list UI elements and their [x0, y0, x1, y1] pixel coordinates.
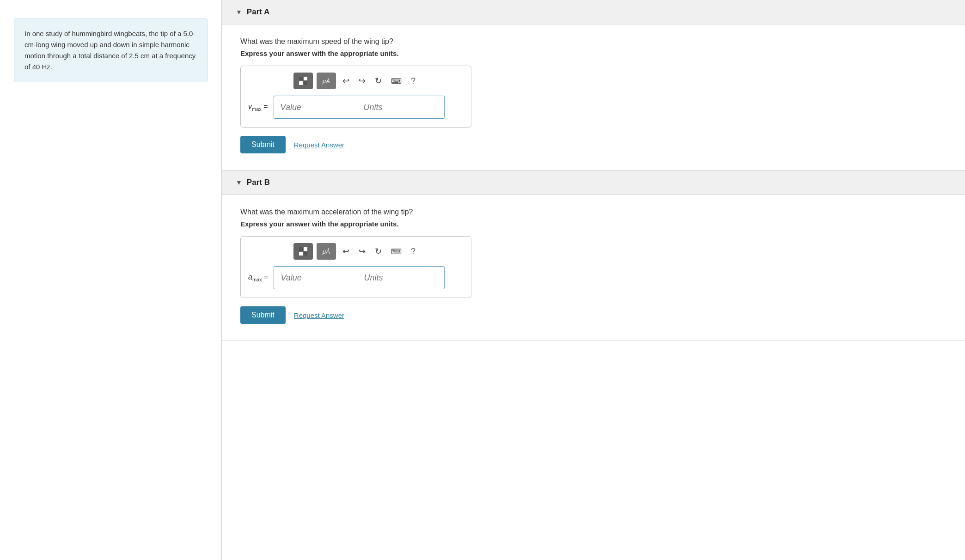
part-a-answer-box: μÅ ↩ ↪ ↻ ⌨ ? vmax = — [240, 66, 471, 128]
left-panel: In one study of hummingbird wingbeats, t… — [0, 0, 222, 560]
part-b-equation-label: amax = — [248, 273, 268, 282]
part-a-keyboard-button[interactable]: ⌨ — [388, 75, 404, 87]
part-b-body: What was the maximum acceleration of the… — [222, 195, 965, 341]
part-b-input-row: amax = — [248, 266, 464, 289]
part-b-instruction: Express your answer with the appropriate… — [240, 220, 947, 228]
part-b-header: ▼ Part B — [222, 170, 965, 195]
part-a-mu-button[interactable]: μÅ — [317, 73, 336, 89]
part-b-collapse-arrow[interactable]: ▼ — [236, 179, 242, 186]
part-a-value-input[interactable] — [274, 96, 357, 119]
part-a-help-button[interactable]: ? — [408, 74, 418, 88]
problem-box: In one study of hummingbird wingbeats, t… — [14, 18, 208, 82]
grid-icon-b — [299, 247, 307, 256]
part-a-redo-button[interactable]: ↪ — [356, 74, 368, 88]
part-b-equation-sub: max — [252, 277, 262, 282]
part-a-request-answer-button[interactable]: Request Answer — [294, 141, 344, 149]
part-b-reset-button[interactable]: ↻ — [372, 244, 385, 258]
part-a-toolbar: μÅ ↩ ↪ ↻ ⌨ ? — [248, 73, 464, 89]
part-b-answer-box: μÅ ↩ ↪ ↻ ⌨ ? amax = — [240, 236, 471, 298]
part-a-section: ▼ Part A What was the maximum speed of t… — [222, 0, 965, 170]
problem-text: In one study of hummingbird wingbeats, t… — [24, 30, 195, 71]
part-a-submit-button[interactable]: Submit — [240, 136, 286, 153]
part-b-mu-button[interactable]: μÅ — [317, 243, 336, 260]
part-b-submit-button[interactable]: Submit — [240, 306, 286, 324]
part-a-title: Part A — [247, 7, 269, 17]
part-b-help-button[interactable]: ? — [408, 245, 418, 258]
part-b-value-input[interactable] — [274, 266, 357, 289]
part-a-question: What was the maximum speed of the wing t… — [240, 37, 947, 46]
part-a-reset-button[interactable]: ↻ — [372, 74, 385, 88]
part-a-equation-sub: max — [252, 106, 262, 112]
part-b-grid-button[interactable] — [293, 243, 313, 260]
part-a-undo-button[interactable]: ↩ — [340, 74, 352, 88]
grid-icon — [299, 77, 307, 85]
part-a-body: What was the maximum speed of the wing t… — [222, 24, 965, 170]
part-b-section: ▼ Part B What was the maximum accelerati… — [222, 170, 965, 341]
part-b-action-row: Submit Request Answer — [240, 306, 947, 324]
part-a-grid-button[interactable] — [293, 73, 313, 89]
part-a-units-input[interactable] — [357, 96, 445, 119]
part-b-units-input[interactable] — [357, 266, 445, 289]
part-b-toolbar: μÅ ↩ ↪ ↻ ⌨ ? — [248, 243, 464, 260]
part-b-title: Part B — [247, 178, 270, 187]
part-a-equation-label: vmax = — [248, 103, 268, 112]
part-b-undo-button[interactable]: ↩ — [340, 244, 352, 258]
part-a-header: ▼ Part A — [222, 0, 965, 24]
part-a-instruction: Express your answer with the appropriate… — [240, 49, 947, 57]
part-b-keyboard-button[interactable]: ⌨ — [388, 245, 404, 258]
part-b-question: What was the maximum acceleration of the… — [240, 208, 947, 216]
part-b-redo-button[interactable]: ↪ — [356, 244, 368, 258]
part-a-action-row: Submit Request Answer — [240, 136, 947, 153]
part-a-input-row: vmax = — [248, 96, 464, 119]
right-panel: ▼ Part A What was the maximum speed of t… — [222, 0, 965, 560]
part-b-request-answer-button[interactable]: Request Answer — [294, 311, 344, 319]
part-a-collapse-arrow[interactable]: ▼ — [236, 8, 242, 16]
